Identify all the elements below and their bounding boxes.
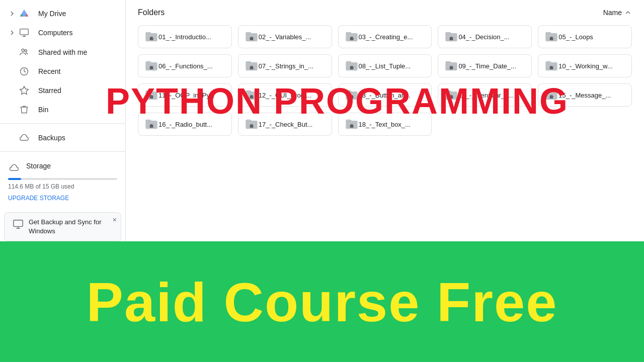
shared-folder-icon [444, 59, 458, 73]
chevron-icon [8, 10, 16, 18]
folder-item[interactable]: 01_-_Introductio... [138, 25, 232, 48]
folder-item[interactable]: 08_-_List_Tuple... [338, 54, 432, 77]
shared-folder-icon [144, 59, 158, 73]
shared-folder-icon [245, 30, 259, 44]
star-icon [18, 84, 30, 97]
shared-folder-icon [444, 30, 458, 44]
overlay-python-text: PYTHON PROGRAMMING [106, 80, 569, 122]
storage-title: Storage [26, 162, 51, 170]
shared-folder-icon [144, 30, 158, 44]
clock-icon [18, 65, 30, 77]
drive-icon [18, 8, 30, 20]
bottom-banner-text: Paid Course Free [87, 270, 558, 334]
sidebar-item-shared-label: Shared with me [38, 48, 87, 56]
backup-sync-close-button[interactable]: × [113, 216, 117, 224]
sidebar-item-starred[interactable]: Starred [0, 81, 121, 100]
svg-point-4 [25, 49, 27, 51]
cloud-icon [18, 132, 30, 144]
shared-folder-icon [345, 59, 359, 73]
folder-item[interactable]: 06_-_Functions_... [138, 54, 232, 77]
shared-folder-icon [544, 30, 558, 44]
folder-name: 01_-_Introductio... [158, 33, 211, 41]
sidebar-item-backups[interactable]: Backups [0, 128, 121, 147]
svg-point-3 [22, 49, 24, 51]
folder-name: 09_-_Time_Date_... [458, 62, 516, 70]
backup-sync-banner: Get Backup and Sync for Windows × [4, 212, 121, 241]
app-container: My Drive Computers Shared with me [0, 0, 644, 362]
storage-cloud-icon [8, 162, 20, 174]
sidebar-item-computers[interactable]: Computers [0, 23, 121, 42]
folder-item[interactable]: 10_-_Working_w... [538, 54, 632, 77]
section-title: Folders [138, 8, 165, 17]
main-area: My Drive Computers Shared with me [0, 0, 644, 241]
shared-folder-icon [345, 30, 359, 44]
content-header: Folders Name [138, 8, 632, 17]
upgrade-storage-link[interactable]: UPGRADE STORAGE [8, 195, 69, 202]
folder-name: 02_-_Variables_... [259, 33, 311, 41]
sidebar-item-starred-label: Starred [38, 86, 61, 95]
storage-section: Storage 114.6 MB of 15 GB used UPGRADE S… [0, 156, 125, 208]
folder-name: 10_-_Working_w... [558, 62, 612, 70]
sidebar-item-my-drive-label: My Drive [38, 10, 66, 18]
svg-rect-7 [14, 220, 23, 226]
sort-control[interactable]: Name [603, 9, 632, 17]
chevron-icon [8, 29, 16, 37]
storage-bar-fill [8, 178, 21, 180]
folder-name: 03_-_Creating_e... [359, 33, 413, 41]
storage-bar-background [8, 178, 117, 180]
sidebar-item-recent-label: Recent [38, 67, 60, 75]
folder-name: 06_-_Functions_... [158, 62, 213, 70]
sidebar-item-recent[interactable]: Recent [0, 62, 121, 81]
folder-name: 08_-_List_Tuple... [359, 62, 411, 70]
folder-item[interactable]: 02_-_Variables_... [238, 25, 332, 48]
sort-arrow-icon [624, 9, 632, 17]
computer-icon [18, 27, 30, 39]
folder-item[interactable]: 04_-_Decision_... [438, 25, 532, 48]
folder-item[interactable]: 09_-_Time_Date_... [438, 54, 532, 77]
folder-name: 05_-_Loops [558, 33, 593, 41]
sidebar-item-bin-label: Bin [38, 106, 48, 114]
sidebar-item-my-drive[interactable]: My Drive [0, 4, 121, 23]
sort-label: Name [603, 9, 622, 17]
sidebar-item-computers-label: Computers [38, 29, 72, 37]
folder-name: 07_-_Strings_in_... [259, 62, 313, 70]
sidebar-item-shared-with-me[interactable]: Shared with me [0, 42, 121, 61]
folder-item[interactable]: 07_-_Strings_in_... [238, 54, 332, 77]
shared-folder-icon [245, 59, 259, 73]
backup-sync-icon [13, 219, 24, 232]
backup-sync-text: Get Backup and Sync for Windows [29, 218, 113, 236]
sidebar-item-backups-label: Backups [38, 134, 65, 142]
svg-marker-6 [20, 86, 29, 95]
people-icon [18, 46, 30, 58]
folder-item[interactable]: 05_-_Loops [538, 25, 632, 48]
storage-used-text: 114.6 MB of 15 GB used [8, 183, 117, 190]
folder-name: 04_-_Decision_... [458, 33, 509, 41]
folder-item[interactable]: 03_-_Creating_e... [338, 25, 432, 48]
shared-folder-icon [544, 59, 558, 73]
bottom-banner: Paid Course Free [0, 241, 644, 362]
svg-rect-0 [20, 29, 29, 35]
trash-icon [18, 104, 30, 116]
sidebar-item-bin[interactable]: Bin [0, 100, 121, 119]
